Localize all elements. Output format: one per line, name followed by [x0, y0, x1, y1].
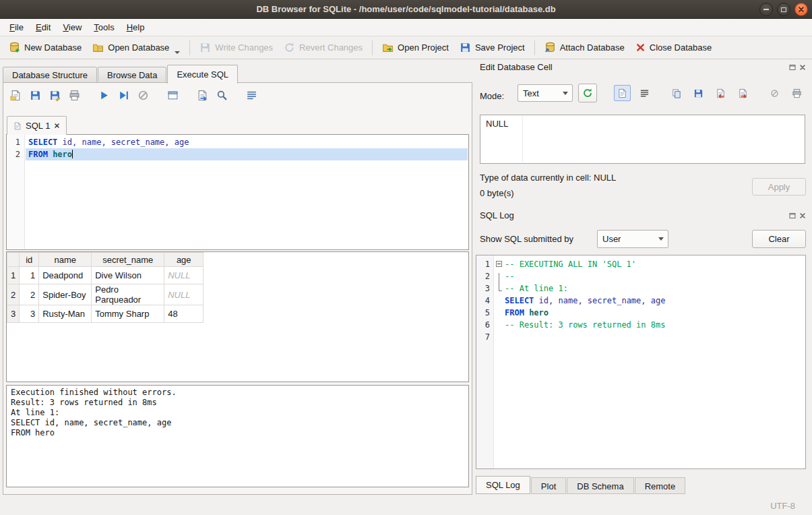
cell-age[interactable]: NULL	[164, 267, 204, 284]
sql-log-dock-title: SQL Log	[480, 210, 514, 220]
row-number[interactable]: 2	[7, 284, 20, 305]
mode-label: Mode:	[480, 88, 504, 105]
maximize-button[interactable]	[777, 3, 790, 16]
sql-tab-label: SQL 1	[26, 121, 50, 131]
execute-all-icon	[98, 90, 110, 101]
table-row: 3 3 Rusty-Man Tommy Sharp 48	[7, 305, 204, 323]
apply-button: Apply	[752, 178, 806, 195]
menu-file[interactable]: File	[3, 19, 30, 36]
cell-secret-name[interactable]: Dive Wilson	[92, 267, 164, 284]
sql-toolbar	[7, 86, 260, 104]
new-database-button[interactable]: New Database	[3, 38, 87, 57]
float-dock-icon[interactable]	[789, 64, 796, 71]
minimize-button[interactable]	[759, 3, 773, 16]
column-header-name[interactable]: name	[39, 253, 92, 267]
toolbar-label: Close Database	[650, 42, 712, 53]
open-database-button[interactable]: Open Database	[87, 38, 185, 57]
main-toolbar: New Database Open Database Write Changes…	[0, 36, 812, 59]
stop-execution-icon	[137, 90, 149, 101]
cell-editor[interactable]: NULL	[480, 115, 805, 164]
log-fold-column	[495, 258, 503, 340]
cell-id[interactable]: 2	[20, 284, 39, 305]
close-tab-icon[interactable]	[54, 123, 60, 129]
corner-header[interactable]	[7, 253, 20, 267]
format-sql-icon	[246, 90, 257, 101]
save-project-button[interactable]: Save Project	[454, 38, 530, 57]
status-bar: UTF-8	[0, 497, 812, 515]
new-tab-button[interactable]	[164, 86, 181, 104]
sql-log-dock-controls	[789, 212, 806, 219]
float-dock-icon[interactable]	[789, 212, 796, 219]
menu-tools[interactable]: Tools	[88, 19, 120, 36]
fold-collapse-icon[interactable]	[496, 261, 502, 267]
cell-name[interactable]: Spider-Boy	[39, 284, 92, 305]
menu-help[interactable]: Help	[121, 19, 151, 36]
log-filter-select[interactable]: User	[597, 230, 668, 248]
close-dock-icon[interactable]	[799, 212, 806, 219]
import-mode-button[interactable]	[578, 84, 597, 102]
results-area: id name secret_name age 1 1 Deadpond Div…	[6, 251, 469, 382]
tab-db-schema[interactable]: DB Schema	[567, 477, 633, 494]
results-header-row: id name secret_name age	[7, 253, 204, 267]
import-cell-button[interactable]	[712, 85, 729, 101]
open-database-dropdown-arrow[interactable]	[175, 51, 180, 54]
menu-edit[interactable]: Edit	[30, 19, 57, 36]
close-dock-icon[interactable]	[799, 64, 806, 71]
export-results-button[interactable]	[193, 86, 211, 104]
tab-sql-log[interactable]: SQL Log	[476, 476, 530, 494]
attach-database-button[interactable]: Attach Database	[539, 38, 630, 57]
cell-age[interactable]: 48	[164, 305, 204, 323]
execute-all-button[interactable]	[95, 86, 113, 104]
execute-current-line-icon	[118, 90, 129, 101]
open-sql-file-button[interactable]	[7, 86, 24, 104]
log-content: -- EXECUTING ALL IN 'SQL 1' -- -- At lin…	[505, 258, 804, 343]
log-filter-value: User	[602, 234, 621, 244]
format-sql-button[interactable]	[243, 86, 260, 104]
execute-current-line-button[interactable]	[115, 86, 132, 104]
print-cell-icon	[792, 88, 802, 98]
cell-name[interactable]: Rusty-Man	[39, 305, 92, 323]
tab-execute-sql[interactable]: Execute SQL	[167, 65, 238, 84]
save-sql-as-button[interactable]	[46, 86, 63, 104]
tab-remote[interactable]: Remote	[635, 477, 686, 494]
cell-age[interactable]: NULL	[164, 284, 204, 305]
find-replace-button[interactable]	[213, 86, 230, 104]
toolbar-label: Attach Database	[560, 42, 625, 53]
column-header-secret-name[interactable]: secret_name	[92, 253, 164, 267]
cell-secret-name[interactable]: Pedro Parqueador	[92, 284, 164, 305]
print-sql-button[interactable]	[65, 86, 83, 104]
column-header-age[interactable]: age	[164, 253, 204, 267]
copy-cell-button[interactable]	[668, 85, 685, 101]
open-project-button[interactable]: Open Project	[377, 38, 454, 57]
row-number[interactable]: 3	[7, 305, 20, 323]
cell-secret-name[interactable]: Tommy Sharp	[92, 305, 164, 323]
clear-log-button[interactable]: Clear	[752, 230, 806, 248]
save-cell-button[interactable]	[690, 85, 707, 101]
set-null-button[interactable]	[766, 85, 783, 101]
new-tab-icon	[167, 90, 179, 101]
execute-sql-panel: SQL 1 1 2 SELECT id, name, secret_name, …	[3, 82, 472, 495]
text-view-button[interactable]	[614, 85, 631, 101]
right-dock: Edit Database Cell Mode: Text	[476, 59, 809, 495]
word-wrap-button[interactable]	[636, 85, 653, 101]
save-sql-file-button[interactable]	[26, 86, 44, 104]
cell-type-info: Type of data currently in cell: NULL	[480, 173, 616, 183]
export-cell-button[interactable]	[735, 85, 751, 101]
close-icon	[798, 6, 805, 13]
tab-plot[interactable]: Plot	[531, 477, 566, 494]
close-database-button[interactable]: Close Database	[630, 38, 718, 57]
close-button[interactable]	[794, 3, 808, 16]
tab-database-structure[interactable]: Database Structure	[3, 67, 97, 83]
table-row: 1 1 Deadpond Dive Wilson NULL	[7, 267, 204, 284]
print-cell-button[interactable]	[788, 85, 805, 101]
sql-editor[interactable]: 1 2 SELECT id, name, secret_name, age FR…	[6, 134, 469, 250]
mode-select[interactable]: Text	[518, 84, 573, 102]
cell-id[interactable]: 1	[20, 267, 39, 284]
menu-view[interactable]: View	[57, 19, 88, 36]
cell-id[interactable]: 3	[20, 305, 39, 323]
tab-browse-data[interactable]: Browse Data	[98, 67, 166, 83]
cell-name[interactable]: Deadpond	[39, 267, 92, 284]
row-number[interactable]: 1	[7, 267, 20, 284]
column-header-id[interactable]: id	[20, 253, 39, 267]
sql-tab[interactable]: SQL 1	[7, 116, 67, 135]
